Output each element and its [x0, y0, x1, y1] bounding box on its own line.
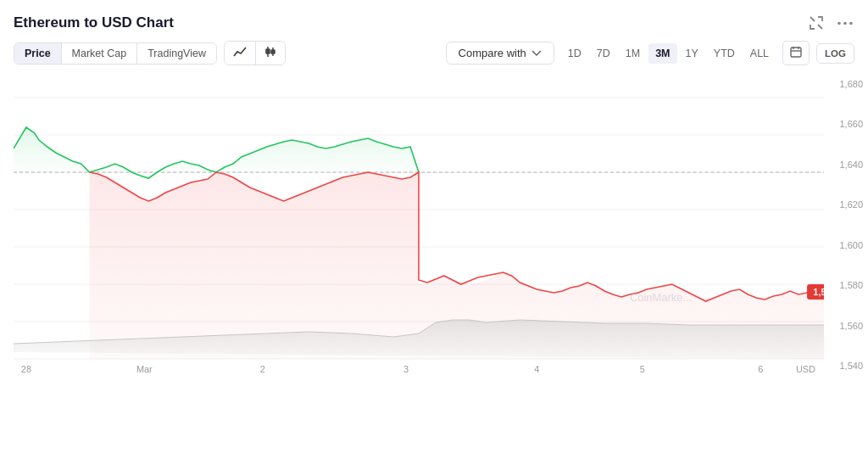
chart-type-group [224, 41, 286, 65]
svg-text:6: 6 [758, 364, 763, 374]
svg-text:Mar: Mar [136, 364, 153, 374]
expand-button[interactable] [807, 14, 826, 32]
log-button[interactable]: LOG [816, 43, 854, 64]
compare-with-button[interactable]: Compare with [446, 42, 554, 64]
svg-point-1 [843, 21, 847, 25]
chart-title: Ethereum to USD Chart [14, 14, 174, 31]
header-icons [807, 14, 854, 32]
svg-text:2: 2 [260, 364, 265, 374]
svg-point-0 [837, 21, 841, 25]
tab-group: Price Market Cap TradingView [14, 42, 217, 64]
period-3m[interactable]: 3M [648, 43, 676, 64]
y-label-1580: 1,580 [839, 280, 863, 290]
svg-text:28: 28 [21, 364, 31, 374]
period-1m[interactable]: 1M [619, 43, 647, 64]
chart-svg-area: 28 Mar 2 3 4 5 6 USD CoinMarke... 1,564 [14, 72, 824, 403]
tab-market-cap[interactable]: Market Cap [62, 43, 138, 64]
y-label-1620: 1,620 [839, 199, 863, 210]
svg-text:USD: USD [796, 364, 815, 374]
svg-rect-4 [266, 49, 270, 53]
calendar-button[interactable] [782, 41, 810, 65]
period-1y[interactable]: 1Y [679, 43, 705, 64]
y-label-1680: 1,680 [839, 79, 863, 89]
line-chart-button[interactable] [225, 42, 256, 64]
svg-text:3: 3 [403, 364, 409, 374]
period-7d[interactable]: 7D [590, 43, 617, 64]
period-group: 1D 7D 1M 3M 1Y YTD ALL [561, 43, 776, 64]
svg-rect-6 [271, 50, 275, 53]
chart-container: Ethereum to USD Chart Price Market Cap T… [0, 0, 868, 465]
y-axis: 1,680 1,660 1,640 1,620 1,600 1,580 1,56… [824, 72, 868, 403]
period-all[interactable]: ALL [743, 43, 776, 64]
y-label-1540: 1,540 [839, 361, 863, 371]
svg-text:1,564: 1,564 [813, 287, 824, 297]
y-label-1600: 1,600 [839, 240, 863, 250]
y-label-1560: 1,560 [839, 321, 863, 331]
chart-wrapper: 28 Mar 2 3 4 5 6 USD CoinMarke... 1,564 … [14, 72, 868, 403]
period-ytd[interactable]: YTD [707, 43, 742, 64]
y-label-1660: 1,660 [839, 119, 863, 129]
svg-point-2 [849, 21, 853, 25]
compare-label: Compare with [459, 47, 526, 59]
candle-chart-button[interactable] [256, 42, 285, 64]
tab-trading-view[interactable]: TradingView [137, 43, 216, 64]
more-options-button[interactable] [836, 20, 854, 27]
svg-text:CoinMarke...: CoinMarke... [630, 291, 692, 304]
svg-text:4: 4 [534, 364, 539, 374]
svg-rect-7 [791, 48, 801, 57]
period-1d[interactable]: 1D [561, 43, 588, 64]
tab-price[interactable]: Price [14, 43, 62, 64]
header-row: Ethereum to USD Chart [14, 14, 868, 32]
toolbar-row: Price Market Cap TradingView Compare wit… [14, 41, 868, 65]
y-label-1640: 1,640 [839, 160, 863, 170]
svg-text:5: 5 [640, 364, 645, 374]
